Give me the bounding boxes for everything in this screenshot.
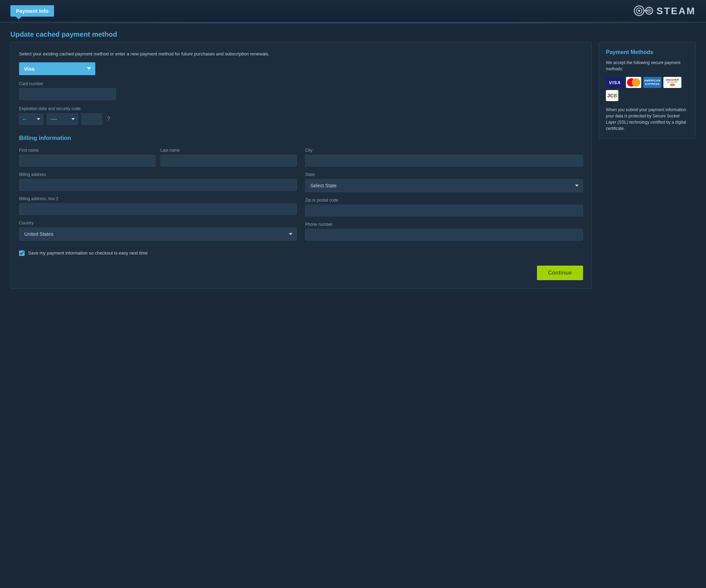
continue-row: Continue [19, 266, 583, 280]
right-panel-title: Payment Methods [606, 49, 688, 55]
mastercard-logo [626, 77, 641, 88]
ssl-description: When you submit your payment information… [606, 107, 688, 132]
billing-address-group: Billing address [19, 172, 297, 191]
right-panel-description: We accept the following secure payment m… [606, 60, 688, 72]
discover-logo: DISCOVER NETWORK [663, 77, 681, 88]
steam-logo-icon [633, 5, 654, 17]
expiration-month-select[interactable]: -- 010203 040506 070809 101112 [19, 113, 43, 125]
name-row: First name Last name [19, 148, 297, 167]
card-number-label: Card number [19, 81, 583, 86]
city-input[interactable] [305, 155, 583, 167]
expiration-year-select[interactable]: ---- 202420252026 202720282029 2030 [47, 113, 78, 125]
phone-group: Phone number [305, 222, 583, 241]
city-group: City [305, 148, 583, 167]
country-select[interactable]: United States Canada United Kingdom Aust… [19, 228, 297, 241]
state-group: State Select State AlabamaAlaskaArizona … [305, 172, 583, 192]
last-name-label: Last name [160, 148, 297, 153]
form-panel: Select your existing cached payment meth… [10, 42, 592, 289]
save-payment-label[interactable]: Save my payment information so checkout … [28, 250, 148, 256]
svg-point-2 [638, 10, 640, 12]
billing-address2-group: Billing address, line 2 [19, 196, 297, 215]
billing-left: First name Last name Billing address Bil… [19, 148, 297, 241]
billing-address-input[interactable] [19, 179, 297, 191]
form-description: Select your existing cached payment meth… [19, 51, 583, 57]
billing-grid: First name Last name Billing address Bil… [19, 148, 583, 241]
billing-address2-label: Billing address, line 2 [19, 196, 297, 201]
city-label: City [305, 148, 583, 153]
country-group: Country United States Canada United King… [19, 221, 297, 241]
phone-input[interactable] [305, 229, 583, 241]
main-content: Select your existing cached payment meth… [0, 42, 706, 299]
save-payment-row: Save my payment information so checkout … [19, 250, 583, 256]
cvv-help-icon[interactable]: ? [107, 116, 110, 122]
page-title: Update cached payment method [10, 30, 696, 38]
state-label: State [305, 172, 583, 177]
mc-orange-circle [632, 78, 640, 87]
cvv-input[interactable] [81, 113, 102, 125]
phone-label: Phone number [305, 222, 583, 227]
steam-text: STEAM [656, 6, 696, 17]
expiration-row: Expiration date and security code -- 010… [19, 106, 583, 125]
first-name-label: First name [19, 148, 156, 153]
header: Payment Info STEAM [0, 0, 706, 23]
zip-group: Zip or postal code [305, 198, 583, 216]
page-title-bar: Update cached payment method [0, 24, 706, 42]
country-label: Country [19, 221, 297, 225]
amex-logo: AMERICAN EXPRESS [643, 77, 661, 88]
first-name-input[interactable] [19, 155, 156, 167]
payment-info-badge: Payment Info [10, 5, 54, 17]
expiration-label: Expiration date and security code [19, 106, 110, 111]
zip-input[interactable] [305, 205, 583, 216]
billing-address-label: Billing address [19, 172, 297, 177]
save-payment-checkbox[interactable] [19, 250, 25, 256]
continue-button[interactable]: Continue [537, 266, 583, 280]
payment-method-select[interactable]: Visa Mastercard American Express Discove… [19, 62, 95, 75]
card-logos: VISA AMERICAN EXPRESS DISCOVER [606, 77, 688, 101]
svg-point-6 [648, 10, 650, 11]
jcb-logo: JCB [606, 90, 618, 101]
right-panel: Payment Methods We accept the following … [599, 42, 696, 139]
last-name-input[interactable] [160, 155, 297, 167]
state-select[interactable]: Select State AlabamaAlaskaArizona Califo… [305, 179, 583, 192]
last-name-group: Last name [160, 148, 297, 167]
billing-right: City State Select State AlabamaAlaskaAri… [305, 148, 583, 241]
billing-address2-input[interactable] [19, 203, 297, 215]
badge-label: Payment Info [16, 8, 48, 14]
first-name-group: First name [19, 148, 156, 167]
expiration-label-group: Expiration date and security code -- 010… [19, 106, 110, 125]
card-number-input[interactable] [19, 88, 116, 100]
visa-logo: VISA [606, 77, 624, 88]
billing-section-title: Billing information [19, 135, 583, 142]
steam-logo: STEAM [633, 5, 696, 17]
zip-label: Zip or postal code [305, 198, 583, 203]
card-number-group: Card number [19, 81, 583, 100]
